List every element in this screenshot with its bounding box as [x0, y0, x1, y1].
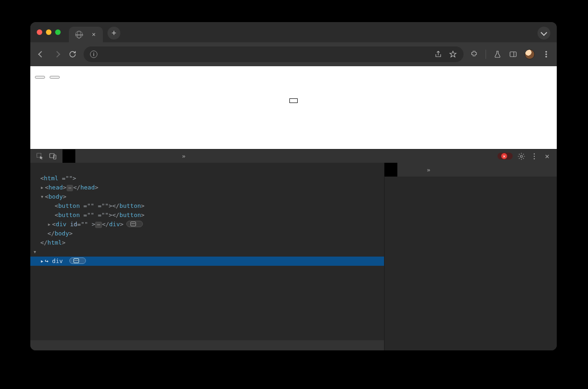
- dom-line-selected[interactable]: ▸↪ div: [30, 257, 384, 266]
- toolbar-right: [470, 49, 550, 59]
- side-panel-button[interactable]: [509, 50, 517, 58]
- reload-icon: [68, 50, 77, 58]
- devtools-body: <html =""> ▸<head>⋯</head> ▾<body> <butt…: [30, 163, 557, 350]
- error-icon: ✕: [501, 153, 507, 159]
- bookmark-button[interactable]: [449, 50, 457, 58]
- device-toggle-button[interactable]: [49, 152, 57, 160]
- devtools-close-button[interactable]: ✕: [543, 152, 551, 160]
- styles-panel: »: [384, 163, 557, 350]
- forward-button[interactable]: [52, 50, 62, 59]
- tab-search-button[interactable]: [537, 27, 550, 40]
- tab-network[interactable]: [101, 149, 114, 163]
- tab-security[interactable]: [153, 149, 165, 163]
- top-layer-badge[interactable]: [126, 221, 143, 227]
- hide-popover-button[interactable]: [50, 76, 60, 79]
- reveal-badge[interactable]: [69, 257, 86, 264]
- arrow-right-icon: [54, 51, 60, 57]
- error-count-badge[interactable]: ✕: [498, 153, 513, 160]
- chevron-down-icon: [541, 29, 547, 35]
- close-window-button[interactable]: [37, 29, 42, 35]
- styles-tabbar: »: [384, 163, 557, 177]
- globe-icon: [75, 31, 83, 38]
- styles-more-tabs[interactable]: »: [423, 163, 434, 177]
- svg-rect-0: [510, 52, 516, 57]
- svg-point-3: [546, 56, 547, 57]
- browser-window: × + i: [30, 22, 557, 350]
- new-tab-button[interactable]: +: [107, 27, 120, 40]
- tab-sources[interactable]: [88, 149, 101, 163]
- svg-point-10: [534, 158, 535, 159]
- tab-computed[interactable]: [397, 163, 410, 177]
- dom-line[interactable]: ▾<body>: [33, 192, 384, 201]
- svg-point-1: [546, 51, 547, 52]
- close-tab-button[interactable]: ×: [90, 31, 97, 38]
- dom-line[interactable]: <html ="">: [33, 174, 384, 183]
- tab-console[interactable]: [75, 149, 88, 163]
- dom-line[interactable]: ▾: [33, 247, 384, 257]
- popover-content: [289, 98, 298, 103]
- dom-line[interactable]: ▸<head>⋯</head>: [33, 183, 384, 192]
- page-viewport: [30, 66, 557, 149]
- svg-point-8: [534, 153, 535, 154]
- menu-button[interactable]: [542, 50, 550, 58]
- devtools-more-tabs[interactable]: »: [178, 149, 189, 163]
- arrow-left-icon: [38, 51, 45, 57]
- separator: [486, 50, 486, 59]
- tab-application[interactable]: [140, 149, 153, 163]
- share-button[interactable]: [434, 50, 442, 58]
- dom-line[interactable]: </html>: [33, 238, 384, 247]
- tab-memory[interactable]: [127, 149, 140, 163]
- show-popover-button[interactable]: [35, 76, 45, 79]
- devtools-settings-button[interactable]: [517, 152, 526, 160]
- elements-panel: <html =""> ▸<head>⋯</head> ▾<body> <butt…: [30, 163, 384, 350]
- toolbar: i: [30, 42, 557, 66]
- svg-point-7: [520, 155, 523, 157]
- layers-icon: [74, 258, 79, 263]
- browser-tab[interactable]: ×: [69, 27, 103, 42]
- dom-line[interactable]: <button ="" =""></button>: [33, 201, 384, 211]
- tab-layout[interactable]: [410, 163, 423, 177]
- dom-tree[interactable]: <html =""> ▸<head>⋯</head> ▾<body> <butt…: [30, 163, 384, 340]
- minimize-window-button[interactable]: [46, 29, 51, 35]
- dom-line[interactable]: </body>: [33, 229, 384, 238]
- titlebar: × +: [30, 22, 557, 42]
- layers-icon: [130, 222, 136, 226]
- reload-button[interactable]: [68, 50, 77, 59]
- window-controls: [37, 29, 61, 35]
- breadcrumbs: [30, 340, 384, 350]
- dom-line[interactable]: [33, 165, 384, 174]
- experiments-button[interactable]: [493, 50, 502, 58]
- profile-avatar[interactable]: [525, 49, 535, 59]
- devtools-tabbar: » ✕ ✕: [30, 149, 557, 163]
- devtools-menu-button[interactable]: [530, 152, 538, 160]
- tab-elements[interactable]: [62, 149, 75, 163]
- maximize-window-button[interactable]: [55, 29, 61, 35]
- inspect-element-button[interactable]: [36, 152, 44, 160]
- extensions-button[interactable]: [470, 50, 478, 58]
- devtools: » ✕ ✕ <html =""> ▸<head>⋯</head> ▾<body>…: [30, 149, 557, 350]
- dom-line[interactable]: ▸<div id="" >⋯</div>: [33, 220, 384, 229]
- svg-rect-6: [54, 155, 56, 159]
- dom-line[interactable]: <button ="" =""></button>: [33, 211, 384, 220]
- tab-styles[interactable]: [384, 163, 397, 177]
- tab-performance[interactable]: [114, 149, 127, 163]
- svg-point-9: [534, 155, 535, 156]
- address-bar[interactable]: i: [84, 46, 464, 62]
- tab-lighthouse[interactable]: [165, 149, 178, 163]
- site-info-icon[interactable]: i: [90, 51, 97, 58]
- svg-point-2: [546, 54, 547, 55]
- back-button[interactable]: [37, 50, 46, 59]
